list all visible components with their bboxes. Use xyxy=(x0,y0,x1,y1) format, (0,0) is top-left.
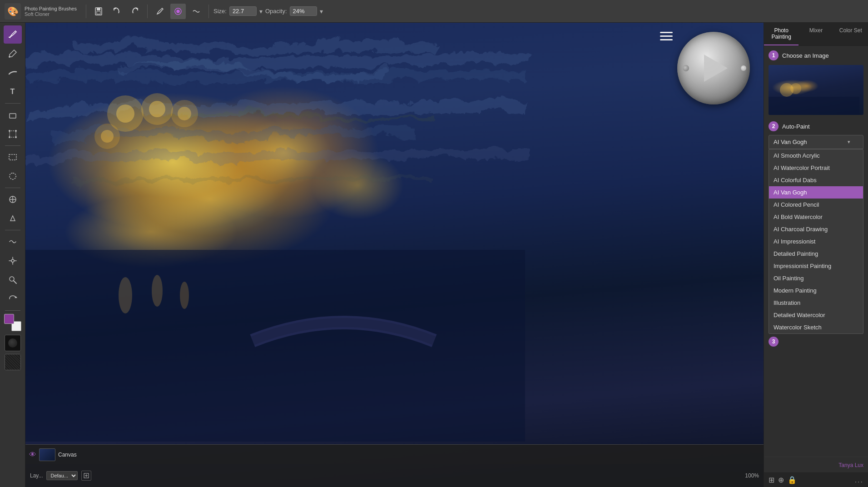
app-title-block: 🎨 Photo Painting Brushes Soft Cloner xyxy=(5,3,77,20)
texture-preview[interactable] xyxy=(5,354,21,370)
tool-clone[interactable] xyxy=(4,190,22,209)
step1-label: Choose an Image xyxy=(782,52,829,59)
svg-point-16 xyxy=(11,259,14,262)
svg-point-9 xyxy=(15,130,17,132)
tab-mixer[interactable]: Mixer xyxy=(799,23,833,45)
tab-photo-painting[interactable]: Photo Painting xyxy=(764,23,799,45)
lock-button[interactable]: 🔒 xyxy=(788,476,797,484)
svg-rect-30 xyxy=(660,32,673,33)
preview-svg xyxy=(769,65,863,115)
dropdown-header[interactable]: AI Van Gogh ▾ xyxy=(769,135,863,149)
color-swatches[interactable] xyxy=(4,314,21,331)
tool-smear[interactable] xyxy=(4,64,22,82)
dropdown-item-smooth-acrylic[interactable]: AI Smooth Acrylic xyxy=(769,149,863,162)
new-layer-button[interactable]: ⊕ xyxy=(778,476,784,484)
canvas-area[interactable]: Lay... Defau... 100% 👁 Canvas xyxy=(25,23,764,487)
layer-item-row: 👁 Canvas xyxy=(25,444,764,464)
dropdown-chevron-icon: ▾ xyxy=(848,139,850,145)
image-preview[interactable] xyxy=(769,65,863,115)
tool-rotate[interactable] xyxy=(4,290,22,308)
compass-ring[interactable] xyxy=(677,32,750,104)
layer-add-button[interactable] xyxy=(81,471,91,481)
size-input[interactable] xyxy=(229,6,257,16)
dropdown-item-colored-pencil[interactable]: AI Colored Pencil xyxy=(769,199,863,211)
brush-preview xyxy=(5,335,21,351)
tool-eraser[interactable] xyxy=(4,106,22,124)
svg-point-22 xyxy=(149,101,165,117)
step1-header: 1 Choose an Image xyxy=(769,50,863,60)
dropdown-item-detailed-painting[interactable]: Detailed Painting xyxy=(769,248,863,260)
step2-header: 2 Auto-Paint xyxy=(769,121,863,131)
compass-play-button[interactable] xyxy=(704,55,728,82)
layers-icon-button[interactable]: ⊞ xyxy=(769,476,774,484)
layer-name-label: Canvas xyxy=(58,452,77,458)
svg-rect-6 xyxy=(10,114,16,118)
dropdown-selected-value: AI Van Gogh xyxy=(774,139,807,145)
layers-label: Lay... xyxy=(30,472,43,479)
svg-point-26 xyxy=(101,130,114,143)
undo-button[interactable] xyxy=(109,4,124,19)
dropdown-item-illustration[interactable]: Illustration xyxy=(769,297,863,309)
canvas-menu-button[interactable] xyxy=(660,32,673,42)
tool-dropper[interactable] xyxy=(4,45,22,63)
dropdown-item-oil-painting[interactable]: Oil Painting xyxy=(769,272,863,284)
right-panel-content: 1 Choose an Image 2 Auto-Paint xyxy=(764,46,868,457)
tool-brush[interactable] xyxy=(4,25,22,44)
tool-liquify[interactable] xyxy=(4,233,22,251)
blend-mode-select[interactable]: Defau... xyxy=(46,471,78,480)
app-title-sub: Soft Cloner xyxy=(25,11,77,17)
size-dropdown-arrow[interactable]: ▾ xyxy=(259,8,263,15)
svg-point-11 xyxy=(15,136,17,138)
step3-area: 3 xyxy=(769,337,863,347)
dropdown-item-bold-watercolor[interactable]: AI Bold Watercolor xyxy=(769,211,863,223)
dropdown-item-watercolor-portrait[interactable]: AI Watercolor Portrait xyxy=(769,162,863,174)
dropdown-item-impressionist-painting[interactable]: Impressionist Painting xyxy=(769,260,863,272)
tool-selection-lasso[interactable] xyxy=(4,167,22,185)
size-label: Size: xyxy=(213,8,227,15)
svg-point-20 xyxy=(116,104,134,123)
tool-separator-4 xyxy=(5,230,20,230)
dropdown-item-watercolor-sketch[interactable]: Watercolor Sketch xyxy=(769,321,863,333)
zoom-percent: 100% xyxy=(745,472,759,479)
save-button[interactable] xyxy=(91,4,106,19)
main-area: T xyxy=(0,23,868,487)
tool-zoom[interactable] xyxy=(4,271,22,289)
dropdown-item-modern-painting[interactable]: Modern Painting xyxy=(769,284,863,297)
redo-button[interactable] xyxy=(127,4,143,19)
app-title-main: Photo Painting Brushes xyxy=(25,6,77,11)
fg-color-swatch[interactable] xyxy=(4,314,14,324)
svg-point-4 xyxy=(177,10,179,13)
dropdown-item-impressionist[interactable]: AI Impressionist xyxy=(769,235,863,248)
dropdown-item-detailed-watercolor[interactable]: Detailed Watercolor xyxy=(769,309,863,321)
tool-dodge[interactable] xyxy=(4,209,22,228)
svg-point-28 xyxy=(152,275,163,307)
painting-svg-overlay xyxy=(25,23,764,487)
step3-number: 3 xyxy=(769,337,779,347)
brush-settings-button[interactable] xyxy=(152,4,168,19)
step3-header: 3 xyxy=(769,337,863,347)
tab-color-set[interactable]: Color Set xyxy=(833,23,868,45)
svg-point-27 xyxy=(119,277,132,313)
layer-visibility-icon[interactable]: 👁 xyxy=(29,451,36,459)
svg-point-37 xyxy=(790,83,801,94)
app-icon: 🎨 xyxy=(5,3,21,20)
brush-active-button[interactable] xyxy=(170,4,186,19)
tool-text[interactable]: T xyxy=(4,83,22,101)
compass-wheel[interactable] xyxy=(677,32,750,104)
tool-pan[interactable] xyxy=(4,252,22,270)
svg-point-24 xyxy=(178,107,191,120)
svg-rect-12 xyxy=(9,154,16,160)
dropdown-item-charcoal-drawing[interactable]: AI Charcoal Drawing xyxy=(769,223,863,235)
dots-indicator: ... xyxy=(855,476,863,484)
tool-transform[interactable] xyxy=(4,125,22,143)
dropdown-item-colorful-dabs[interactable]: AI Colorful Dabs xyxy=(769,174,863,186)
opacity-dropdown-arrow[interactable]: ▾ xyxy=(320,8,323,15)
opacity-input[interactable] xyxy=(290,6,317,16)
liquid-button[interactable] xyxy=(188,4,204,19)
tool-selection-rect[interactable] xyxy=(4,148,22,166)
svg-point-5 xyxy=(9,56,10,58)
dropdown-list: AI Smooth Acrylic AI Watercolor Portrait… xyxy=(769,149,863,334)
compass-dot-right xyxy=(741,65,746,71)
bottom-icon-bar: ⊞ ⊕ 🔒 ... xyxy=(764,472,868,487)
dropdown-item-van-gogh[interactable]: AI Van Gogh xyxy=(769,186,863,199)
